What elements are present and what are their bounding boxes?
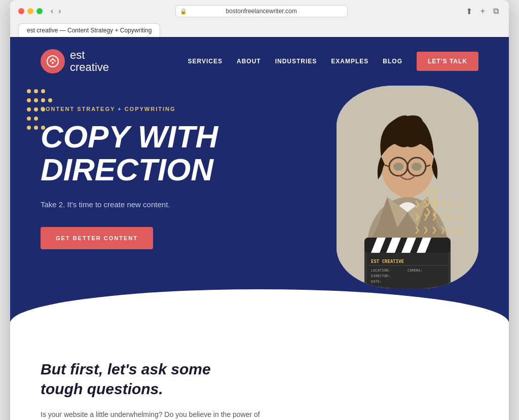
nav-about[interactable]: ABOUT: [237, 58, 261, 65]
bottom-title: But first, let's ask some tough question…: [41, 359, 253, 399]
person-illustration: EST CREATIVE LOCATION: DIRECTOR: DATE: C…: [337, 86, 478, 288]
new-tab-button[interactable]: +: [478, 6, 487, 17]
hero-text: CONTENT STRATEGY + COPYWRITING COPY WITH…: [41, 96, 316, 249]
browser-window: ‹ › 🔒 bostonfreelancewriter.com ⬆ + ⧉ es…: [10, 0, 509, 420]
bottom-section: But first, let's ask some tough question…: [10, 329, 509, 420]
svg-text:EST CREATIVE: EST CREATIVE: [371, 259, 404, 264]
active-tab[interactable]: est creative — Content Strategy + Copywr…: [18, 23, 160, 37]
address-bar[interactable]: 🔒 bostonfreelancewriter.com: [175, 5, 348, 17]
logo-icon: [41, 49, 65, 73]
security-icon: 🔒: [180, 8, 187, 15]
svg-text:LOCATION:: LOCATION:: [371, 269, 390, 273]
logo-svg: [46, 55, 59, 68]
browser-actions: ⬆ + ⧉: [464, 6, 501, 17]
traffic-lights: [18, 8, 43, 14]
url-text: bostonfreelancewriter.com: [226, 8, 297, 15]
hero-subtitle: CONTENT STRATEGY + COPYWRITING: [41, 106, 316, 112]
tab-label: est creative — Content Strategy + Copywr…: [27, 27, 152, 34]
hero-cta-button[interactable]: GET BETTER CONTENT: [41, 227, 153, 249]
logo[interactable]: est creative: [41, 49, 109, 73]
hero-image: EST CREATIVE LOCATION: DIRECTOR: DATE: C…: [337, 86, 478, 288]
svg-text:CAMERA:: CAMERA:: [407, 269, 423, 273]
nav-links: SERVICES ABOUT INDUSTRIES EXAMPLES BLOG …: [188, 52, 478, 71]
hero-description: Take 2. It's time to create new content.: [41, 199, 316, 211]
browser-chrome: ‹ › 🔒 bostonfreelancewriter.com ⬆ + ⧉ es…: [10, 0, 509, 37]
close-button[interactable]: [18, 8, 24, 14]
nav-services[interactable]: SERVICES: [188, 58, 223, 65]
svg-point-10: [393, 163, 403, 171]
nav-cta-button[interactable]: LET'S TALK: [417, 52, 478, 71]
nav-examples[interactable]: EXAMPLES: [331, 58, 368, 65]
forward-button[interactable]: ›: [56, 6, 63, 17]
back-button[interactable]: ‹: [49, 6, 55, 17]
website-content: est creative SERVICES ABOUT INDUSTRIES E…: [10, 37, 509, 420]
share-button[interactable]: ⬆: [464, 6, 474, 17]
hero-content: CONTENT STRATEGY + COPYWRITING COPY WITH…: [41, 96, 478, 288]
tab-bar: est creative — Content Strategy + Copywr…: [18, 21, 501, 37]
svg-point-0: [47, 56, 58, 67]
minimize-button[interactable]: [27, 8, 33, 14]
hero-image-wrapper: ❯❯❯❯❯❯: [337, 86, 478, 288]
hero-section: est creative SERVICES ABOUT INDUSTRIES E…: [10, 37, 509, 329]
svg-point-11: [412, 163, 422, 171]
logo-text: est creative: [70, 49, 109, 73]
hero-title-line2: DIRECTION: [41, 152, 213, 187]
svg-text:DIRECTOR:: DIRECTOR:: [371, 274, 390, 278]
tabs-button[interactable]: ⧉: [491, 6, 501, 17]
maximize-button[interactable]: [36, 8, 43, 14]
hero-title-line1: COPY WITH: [41, 119, 218, 154]
main-nav: est creative SERVICES ABOUT INDUSTRIES E…: [41, 37, 478, 86]
chevrons-decoration-bottom: ❯❯❯ ❯❯❯ ❯❯❯ ❯❯❯ ❯❯❯ ❯❯❯: [414, 199, 463, 238]
svg-point-1: [52, 62, 54, 64]
bottom-description: Is your website a little underwhelming? …: [41, 409, 284, 420]
nav-blog[interactable]: BLOG: [383, 58, 402, 65]
hero-title: COPY WITH DIRECTION: [41, 120, 316, 186]
nav-industries[interactable]: INDUSTRIES: [275, 58, 317, 65]
svg-text:DATE:: DATE:: [371, 280, 382, 284]
